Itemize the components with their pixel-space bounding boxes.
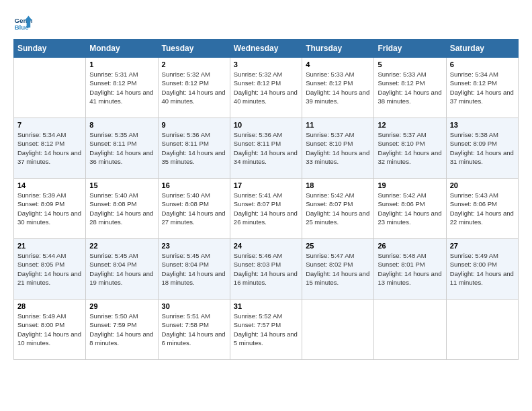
calendar-cell: 8Sunrise: 5:35 AMSunset: 8:11 PMDaylight… bbox=[86, 118, 158, 179]
logo: General Blue bbox=[13, 13, 35, 32]
day-info: Sunrise: 5:40 AMSunset: 8:08 PMDaylight:… bbox=[162, 191, 226, 226]
day-info: Sunrise: 5:39 AMSunset: 8:09 PMDaylight:… bbox=[17, 191, 82, 226]
day-info: Sunrise: 5:33 AMSunset: 8:12 PMDaylight:… bbox=[378, 70, 442, 105]
calendar-cell bbox=[374, 300, 446, 360]
day-number: 13 bbox=[450, 121, 515, 129]
day-info: Sunrise: 5:37 AMSunset: 8:10 PMDaylight:… bbox=[306, 130, 370, 166]
day-info: Sunrise: 5:45 AMSunset: 8:04 PMDaylight:… bbox=[162, 251, 226, 287]
day-number: 30 bbox=[162, 302, 226, 310]
day-number: 12 bbox=[378, 121, 442, 129]
header-friday: Friday bbox=[374, 40, 446, 58]
calendar-cell bbox=[302, 300, 374, 360]
logo-icon: General Blue bbox=[13, 13, 32, 32]
day-number: 5 bbox=[378, 60, 442, 68]
day-number: 29 bbox=[89, 302, 154, 310]
calendar-cell: 19Sunrise: 5:42 AMSunset: 8:06 PMDayligh… bbox=[374, 179, 446, 239]
day-number: 25 bbox=[306, 242, 370, 250]
day-info: Sunrise: 5:42 AMSunset: 8:06 PMDaylight:… bbox=[378, 191, 442, 226]
calendar-cell: 18Sunrise: 5:42 AMSunset: 8:07 PMDayligh… bbox=[302, 179, 374, 239]
header-monday: Monday bbox=[86, 40, 158, 58]
day-number: 23 bbox=[162, 242, 226, 250]
day-number: 2 bbox=[162, 60, 226, 68]
calendar-cell: 7Sunrise: 5:34 AMSunset: 8:12 PMDaylight… bbox=[14, 118, 86, 179]
calendar-cell: 11Sunrise: 5:37 AMSunset: 8:10 PMDayligh… bbox=[302, 118, 374, 179]
calendar-cell: 25Sunrise: 5:47 AMSunset: 8:02 PMDayligh… bbox=[302, 239, 374, 300]
calendar-cell: 22Sunrise: 5:45 AMSunset: 8:04 PMDayligh… bbox=[86, 239, 158, 300]
calendar-cell: 9Sunrise: 5:36 AMSunset: 8:11 PMDaylight… bbox=[158, 118, 230, 179]
day-number: 14 bbox=[17, 181, 82, 189]
day-number: 9 bbox=[162, 121, 226, 129]
day-number: 15 bbox=[89, 181, 154, 189]
day-number: 1 bbox=[89, 60, 154, 68]
day-info: Sunrise: 5:45 AMSunset: 8:04 PMDaylight:… bbox=[89, 251, 154, 287]
calendar-week-3: 14Sunrise: 5:39 AMSunset: 8:09 PMDayligh… bbox=[14, 179, 519, 239]
header-thursday: Thursday bbox=[302, 40, 374, 58]
calendar-cell: 12Sunrise: 5:37 AMSunset: 8:10 PMDayligh… bbox=[374, 118, 446, 179]
day-number: 7 bbox=[17, 121, 82, 129]
day-number: 31 bbox=[234, 302, 298, 310]
header-sunday: Sunday bbox=[14, 40, 86, 58]
day-info: Sunrise: 5:49 AMSunset: 8:00 PMDaylight:… bbox=[450, 251, 515, 287]
day-info: Sunrise: 5:31 AMSunset: 8:12 PMDaylight:… bbox=[89, 70, 154, 105]
day-info: Sunrise: 5:36 AMSunset: 8:11 PMDaylight:… bbox=[162, 130, 226, 166]
calendar-cell: 27Sunrise: 5:49 AMSunset: 8:00 PMDayligh… bbox=[446, 239, 518, 300]
calendar-cell: 23Sunrise: 5:45 AMSunset: 8:04 PMDayligh… bbox=[158, 239, 230, 300]
day-info: Sunrise: 5:40 AMSunset: 8:08 PMDaylight:… bbox=[89, 191, 154, 226]
calendar-cell: 28Sunrise: 5:49 AMSunset: 8:00 PMDayligh… bbox=[14, 300, 86, 360]
calendar-cell: 5Sunrise: 5:33 AMSunset: 8:12 PMDaylight… bbox=[374, 58, 446, 118]
day-info: Sunrise: 5:50 AMSunset: 7:59 PMDaylight:… bbox=[89, 312, 154, 347]
calendar-cell: 31Sunrise: 5:52 AMSunset: 7:57 PMDayligh… bbox=[230, 300, 302, 360]
calendar-cell bbox=[14, 58, 86, 118]
header-wednesday: Wednesday bbox=[230, 40, 302, 58]
calendar-week-5: 28Sunrise: 5:49 AMSunset: 8:00 PMDayligh… bbox=[14, 300, 519, 360]
day-number: 10 bbox=[234, 121, 298, 129]
day-number: 8 bbox=[89, 121, 154, 129]
calendar-cell: 1Sunrise: 5:31 AMSunset: 8:12 PMDaylight… bbox=[86, 58, 158, 118]
calendar-cell: 20Sunrise: 5:43 AMSunset: 8:06 PMDayligh… bbox=[446, 179, 518, 239]
calendar-cell: 30Sunrise: 5:51 AMSunset: 7:58 PMDayligh… bbox=[158, 300, 230, 360]
calendar-cell: 10Sunrise: 5:36 AMSunset: 8:11 PMDayligh… bbox=[230, 118, 302, 179]
calendar-cell bbox=[446, 300, 518, 360]
day-info: Sunrise: 5:44 AMSunset: 8:05 PMDaylight:… bbox=[17, 251, 82, 287]
day-info: Sunrise: 5:47 AMSunset: 8:02 PMDaylight:… bbox=[306, 251, 370, 287]
calendar-cell: 13Sunrise: 5:38 AMSunset: 8:09 PMDayligh… bbox=[446, 118, 518, 179]
day-info: Sunrise: 5:36 AMSunset: 8:11 PMDaylight:… bbox=[234, 130, 298, 166]
header-tuesday: Tuesday bbox=[158, 40, 230, 58]
calendar-cell: 17Sunrise: 5:41 AMSunset: 8:07 PMDayligh… bbox=[230, 179, 302, 239]
calendar-cell: 4Sunrise: 5:33 AMSunset: 8:12 PMDaylight… bbox=[302, 58, 374, 118]
calendar-cell: 24Sunrise: 5:46 AMSunset: 8:03 PMDayligh… bbox=[230, 239, 302, 300]
day-info: Sunrise: 5:49 AMSunset: 8:00 PMDaylight:… bbox=[17, 312, 82, 347]
calendar: SundayMondayTuesdayWednesdayThursdayFrid… bbox=[13, 39, 519, 360]
calendar-cell: 29Sunrise: 5:50 AMSunset: 7:59 PMDayligh… bbox=[86, 300, 158, 360]
calendar-header-row: SundayMondayTuesdayWednesdayThursdayFrid… bbox=[14, 40, 519, 58]
day-number: 21 bbox=[17, 242, 82, 250]
calendar-cell: 26Sunrise: 5:48 AMSunset: 8:01 PMDayligh… bbox=[374, 239, 446, 300]
calendar-week-4: 21Sunrise: 5:44 AMSunset: 8:05 PMDayligh… bbox=[14, 239, 519, 300]
day-number: 28 bbox=[17, 302, 82, 310]
day-number: 6 bbox=[450, 60, 515, 68]
day-number: 11 bbox=[306, 121, 370, 129]
day-info: Sunrise: 5:35 AMSunset: 8:11 PMDaylight:… bbox=[89, 130, 154, 166]
day-number: 4 bbox=[306, 60, 370, 68]
calendar-cell: 3Sunrise: 5:32 AMSunset: 8:12 PMDaylight… bbox=[230, 58, 302, 118]
day-info: Sunrise: 5:48 AMSunset: 8:01 PMDaylight:… bbox=[378, 251, 442, 287]
day-info: Sunrise: 5:38 AMSunset: 8:09 PMDaylight:… bbox=[450, 130, 515, 166]
calendar-cell: 15Sunrise: 5:40 AMSunset: 8:08 PMDayligh… bbox=[86, 179, 158, 239]
calendar-cell: 6Sunrise: 5:34 AMSunset: 8:12 PMDaylight… bbox=[446, 58, 518, 118]
calendar-cell: 2Sunrise: 5:32 AMSunset: 8:12 PMDaylight… bbox=[158, 58, 230, 118]
day-number: 20 bbox=[450, 181, 515, 189]
header-saturday: Saturday bbox=[446, 40, 518, 58]
calendar-week-2: 7Sunrise: 5:34 AMSunset: 8:12 PMDaylight… bbox=[14, 118, 519, 179]
day-number: 22 bbox=[89, 242, 154, 250]
day-number: 24 bbox=[234, 242, 298, 250]
day-number: 26 bbox=[378, 242, 442, 250]
day-number: 19 bbox=[378, 181, 442, 189]
day-number: 3 bbox=[234, 60, 298, 68]
page-header: General Blue bbox=[13, 13, 519, 32]
day-info: Sunrise: 5:52 AMSunset: 7:57 PMDaylight:… bbox=[234, 312, 298, 347]
day-info: Sunrise: 5:51 AMSunset: 7:58 PMDaylight:… bbox=[162, 312, 226, 347]
day-number: 16 bbox=[162, 181, 226, 189]
calendar-cell: 16Sunrise: 5:40 AMSunset: 8:08 PMDayligh… bbox=[158, 179, 230, 239]
day-info: Sunrise: 5:46 AMSunset: 8:03 PMDaylight:… bbox=[234, 251, 298, 287]
calendar-cell: 14Sunrise: 5:39 AMSunset: 8:09 PMDayligh… bbox=[14, 179, 86, 239]
